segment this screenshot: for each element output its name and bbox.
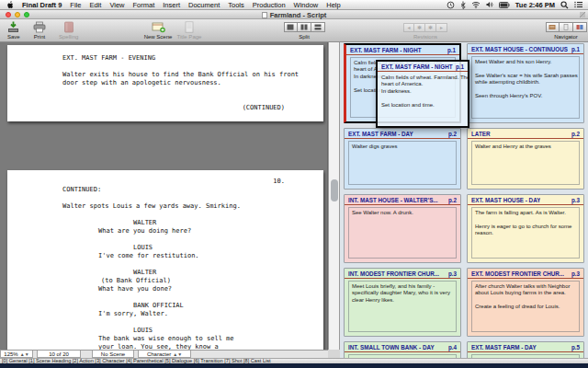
scrollbar-thumb[interactable]	[331, 179, 338, 201]
split-control: Split	[281, 21, 327, 40]
next-revision-button: ▸	[436, 23, 447, 32]
navigator-control: Navigator	[546, 21, 586, 40]
action-text: Walter exits his house to find the Bank …	[62, 71, 323, 87]
spelling-book-icon	[63, 21, 74, 33]
dialogue: The bank was wise enough to sell me your…	[98, 335, 323, 350]
index-card-5[interactable]: INT. MAST HOUSE - WALTER'S...p.2 See Wal…	[344, 194, 461, 263]
parenthetical: (to Bank Official)	[101, 277, 323, 285]
title-page-button: Title Page	[171, 21, 208, 40]
navigator-characters-button[interactable]	[573, 22, 587, 32]
battery-icon[interactable]	[499, 2, 510, 8]
menu-item-document[interactable]: Document	[188, 1, 220, 9]
spotlight-search-icon[interactable]	[560, 1, 569, 9]
character-cue: WALTER	[133, 219, 323, 227]
script-page-9[interactable]: EXT. MAST FARM - EVENING Walter exits hi…	[7, 45, 323, 121]
split-none-button[interactable]	[284, 22, 298, 32]
index-card-7[interactable]: INT. MODEST FRONTIER CHUR...p.3 Meet Lou…	[344, 268, 461, 337]
dialogue: What are you doing here?	[98, 227, 323, 236]
save-button[interactable]: Save	[7, 21, 20, 40]
revision-mark2-button: ✱	[425, 23, 436, 32]
stepper-arrows-icon: ▲▼	[173, 351, 182, 357]
spelling-button: Spelling	[59, 21, 78, 40]
revision-mark-button: ✱	[414, 23, 425, 32]
print-button[interactable]: Print	[33, 21, 46, 40]
character-cue: LOUIS	[133, 327, 323, 335]
bluetooth-icon[interactable]	[460, 1, 466, 9]
navigator-scriptnotes-button[interactable]	[560, 22, 573, 32]
menu-item-window[interactable]: Window	[294, 1, 319, 9]
continued-marker: (CONTINUED)	[7, 104, 285, 112]
previous-revision-button: ◂	[403, 23, 414, 32]
window-title: Farmland - Script	[270, 11, 327, 19]
apple-menu-icon[interactable]	[6, 1, 14, 9]
index-card-2[interactable]: EXT. MAST HOUSE - CONTINUOUSp.1 Meet Wal…	[467, 43, 584, 123]
dialogue: What have you done?	[98, 285, 323, 293]
index-card-10[interactable]: EXT. MAST FARM - DAYp.5 Walter returns, …	[467, 341, 584, 358]
index-cards-panel: EXT. MAST FARM - NIGHTp.1 Calm fields of…	[340, 42, 588, 358]
menu-item-insert[interactable]: Insert	[163, 1, 180, 9]
menu-item-production[interactable]: Production	[253, 1, 286, 9]
split-vertical-button[interactable]	[298, 22, 311, 32]
menu-bar: Final Draft 9 File Edit View Format Inse…	[0, 0, 588, 10]
time-machine-icon[interactable]	[447, 1, 455, 9]
document-proxy-icon	[262, 12, 267, 18]
stepper-arrows-icon: ▲▼	[20, 351, 29, 357]
title-page-icon	[185, 21, 194, 33]
zoom-stepper[interactable]: 125%▲▼	[0, 351, 33, 358]
script-page-10[interactable]: 10. CONTINUED: Walter spots Louis a few …	[7, 170, 323, 350]
index-card-3[interactable]: EXT. MAST FARM - DAYp.2 Walter digs grav…	[344, 128, 461, 190]
continued-top: CONTINUED:	[62, 186, 323, 194]
app-window: Farmland - Script Save Print Sp	[0, 10, 588, 363]
menu-item-view[interactable]: View	[109, 1, 124, 9]
dialogue: I'm sorry, Walter.	[98, 310, 323, 318]
revisions-control: ◂ ✱ ✱ ▸ Revisions	[397, 21, 454, 40]
index-card-4[interactable]: LATERp.2 Walter and Henry at the graves	[467, 128, 584, 190]
split-horizontal-button[interactable]	[311, 22, 325, 32]
fullscreen-icon[interactable]	[580, 12, 585, 17]
menu-item-edit[interactable]: Edit	[89, 1, 101, 9]
menu-item-app[interactable]: Final Draft 9	[22, 1, 62, 9]
dialogue: I've come for restitution.	[98, 252, 323, 260]
page-indicator: 10 of 20	[37, 351, 81, 358]
script-scrollbar[interactable]	[328, 42, 340, 350]
menu-item-file[interactable]: File	[70, 1, 81, 9]
action-text: Walter spots Louis a few yards away. Smi…	[62, 202, 323, 211]
page-number: 10.	[7, 178, 285, 186]
navigator-scenes-button[interactable]	[546, 22, 560, 32]
element-dropdown[interactable]: Character▲▼	[138, 351, 191, 358]
scene-heading: EXT. MAST FARM - EVENING	[62, 54, 323, 63]
toolbar: Save Print Spelling New Scene	[0, 19, 588, 42]
script-editor[interactable]: EXT. MAST FARM - EVENING Walter exits hi…	[0, 42, 328, 350]
dragged-ghost-card[interactable]: EXT. MAST FARM - NIGHTp.1 Calm fields of…	[376, 60, 469, 128]
menu-item-format[interactable]: Format	[133, 1, 155, 9]
menu-item-help[interactable]: Help	[326, 1, 340, 9]
index-card-6[interactable]: EXT. MAST HOUSE - DAYp.3 The farm is fal…	[467, 194, 584, 263]
element-shortcut-legend: [0] General [1] Scene Heading [2] Action…	[0, 358, 588, 363]
volume-icon[interactable]	[486, 1, 493, 8]
status-bar: 125%▲▼ 10 of 20 No Scene Character▲▼	[0, 350, 328, 358]
printer-icon	[33, 21, 46, 33]
title-bar[interactable]: Farmland - Script	[0, 10, 588, 19]
character-cue: BANK OFFICIAL	[133, 302, 323, 310]
new-scene-icon	[152, 21, 165, 33]
wifi-icon[interactable]	[471, 1, 481, 8]
index-card-9[interactable]: INT. SMALL TOWN BANK - DAYp.4 Walter is …	[344, 341, 461, 358]
index-card-8[interactable]: EXT. MODEST FRONTIER CHUR...p.3 After ch…	[467, 268, 584, 337]
notification-center-icon[interactable]	[574, 1, 583, 8]
character-cue: LOUIS	[133, 244, 323, 252]
scene-indicator: No Scene	[92, 351, 134, 358]
save-icon	[7, 21, 19, 33]
menu-clock[interactable]: Tue 2:46 PM	[515, 1, 555, 9]
character-cue: WALTER	[133, 269, 323, 277]
menu-item-tools[interactable]: Tools	[228, 1, 244, 9]
desktop-background: Final Draft 9 File Edit View Format Inse…	[0, 0, 588, 368]
